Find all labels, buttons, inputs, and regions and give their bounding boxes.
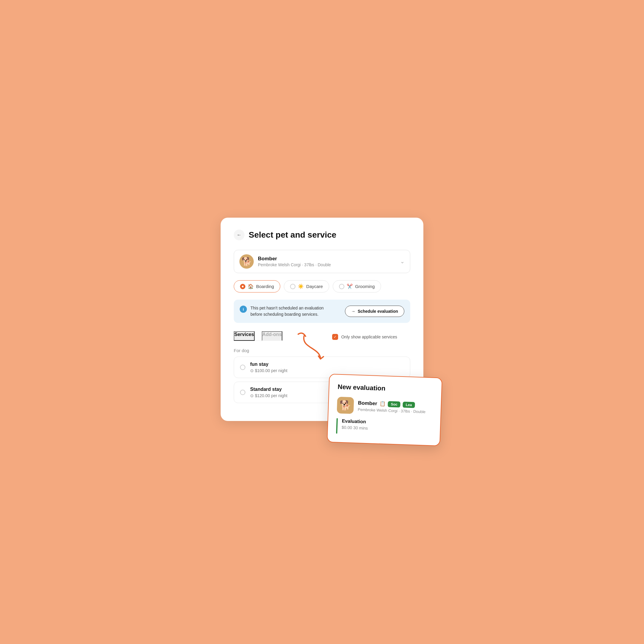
tab-daycare[interactable]: ☀️ Daycare xyxy=(284,280,329,292)
boarding-icon: 🏠 xyxy=(248,284,254,289)
tag-soc: Soc xyxy=(388,401,401,407)
pet-name: Bomber xyxy=(258,256,396,262)
back-icon: ← xyxy=(237,232,241,238)
eval-banner-content: i This pet hasn't scheduled an evaluatio… xyxy=(240,305,334,318)
pet-avatar: 🐕 xyxy=(239,254,254,269)
pet-info: Bomber Pembroke Welsh Corgi · 37lbs · Do… xyxy=(258,256,396,267)
notes-icon: 📋 xyxy=(380,401,386,407)
eval-pet-row: 🐕 Bomber 📋 Soc Lea Pembroke Welsh Corgi … xyxy=(337,397,433,417)
eval-card: New evaluation 🐕 Bomber 📋 Soc Lea Pembro… xyxy=(327,374,442,446)
daycare-icon: ☀️ xyxy=(298,284,304,289)
section-tabs: Services Add-ons xyxy=(234,331,282,341)
arrow-decoration xyxy=(295,330,331,367)
eval-duration: 30 mins xyxy=(353,425,368,431)
pet-details: Pembroke Welsh Corgi · 37lbs · Double xyxy=(258,262,396,267)
eval-banner: i This pet hasn't scheduled an evaluatio… xyxy=(234,300,410,323)
tab-grooming[interactable]: ✂️ Grooming xyxy=(333,280,381,292)
eval-pet-avatar: 🐕 xyxy=(337,397,354,414)
info-icon: i xyxy=(240,306,247,313)
header: ← Select pet and service xyxy=(234,230,410,240)
tab-boarding[interactable]: 🏠 Boarding xyxy=(234,280,280,292)
pet-selector[interactable]: 🐕 Bomber Pembroke Welsh Corgi · 37lbs · … xyxy=(234,250,410,273)
eval-service-info: Evaluation $0.00 30 mins xyxy=(342,418,432,433)
grooming-label: Grooming xyxy=(355,284,375,289)
grooming-icon: ✂️ xyxy=(347,284,353,289)
page-title: Select pet and service xyxy=(249,230,336,240)
schedule-evaluation-button[interactable]: → Schedule evaluation xyxy=(345,306,404,317)
radio-boarding xyxy=(240,284,245,289)
radio-daycare xyxy=(290,284,295,289)
tag-lea: Lea xyxy=(403,402,415,408)
filter-checkbox[interactable]: ✓ xyxy=(332,334,338,340)
tab-services[interactable]: Services xyxy=(234,331,255,341)
radio-standard-stay xyxy=(240,390,245,395)
boarding-label: Boarding xyxy=(256,284,274,289)
eval-pet-info: Bomber 📋 Soc Lea Pembroke Welsh Corgi · … xyxy=(358,400,433,414)
filter-row: ✓ Only show applicable services xyxy=(332,334,397,340)
daycare-label: Daycare xyxy=(306,284,323,289)
arrow-right-icon: → xyxy=(351,309,355,314)
service-price-fun-stay: ⊙ $100.00 per night xyxy=(250,368,404,373)
service-type-tabs: 🏠 Boarding ☀️ Daycare ✂️ Grooming xyxy=(234,280,410,292)
eval-service-row: Evaluation $0.00 30 mins xyxy=(336,418,432,437)
tab-addons[interactable]: Add-ons xyxy=(262,331,282,341)
eval-card-title: New evaluation xyxy=(338,383,433,394)
eval-price: $0.00 xyxy=(342,425,352,430)
green-bar xyxy=(336,418,338,434)
radio-grooming xyxy=(339,284,344,289)
price-icon: ⊙ xyxy=(250,368,254,373)
schedule-btn-label: Schedule evaluation xyxy=(358,309,398,314)
radio-fun-stay xyxy=(240,365,245,370)
eval-pet-name: Bomber xyxy=(358,400,377,406)
back-button[interactable]: ← xyxy=(234,230,244,240)
eval-pet-details: Pembroke Welsh Corgi · 37lbs · Double xyxy=(358,407,432,414)
chevron-down-icon: ⌄ xyxy=(400,258,405,265)
price-icon-2: ⊙ xyxy=(250,393,254,398)
filter-label: Only show applicable services xyxy=(341,335,397,339)
eval-banner-text: This pet hasn't scheduled an evaluation … xyxy=(250,305,334,318)
